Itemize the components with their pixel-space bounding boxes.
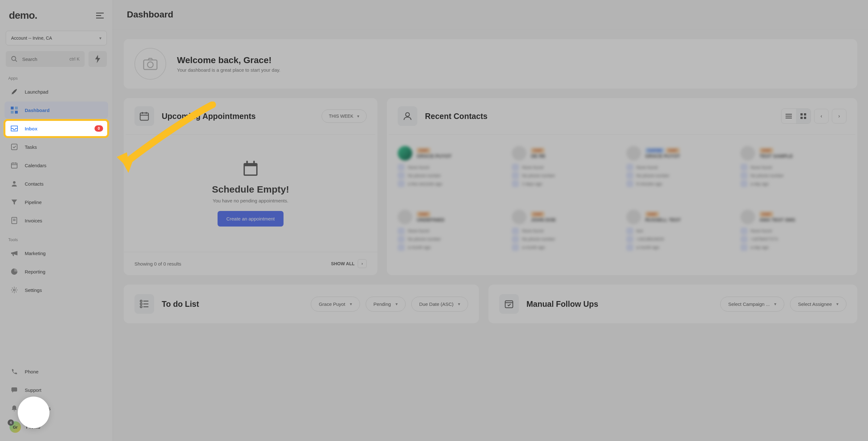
person-icon: [9, 179, 19, 188]
contact-avatar: [741, 210, 755, 224]
svg-point-39: [140, 306, 142, 308]
followups-assignee-filter[interactable]: Select Assignee▾: [790, 297, 846, 312]
contact-phone: No phone number: [398, 172, 504, 179]
account-selector-label: Account -- Irvine, CA: [11, 35, 52, 40]
manual-followups-card: Manual Follow Ups Select Campaign ...▾ S…: [488, 285, 857, 323]
appointments-range-select[interactable]: THIS WEEK ▾: [321, 110, 367, 123]
sidebar-item-marketing[interactable]: Marketing: [4, 245, 108, 262]
contact-name: JOHN DOE: [531, 217, 556, 223]
sidebar-item-reporting[interactable]: Reporting: [4, 263, 108, 280]
svg-point-18: [148, 62, 153, 67]
svg-rect-4: [11, 111, 13, 114]
svg-point-37: [140, 303, 142, 305]
grid-icon: [801, 113, 806, 119]
grid-view-button[interactable]: [796, 109, 811, 123]
create-appointment-button[interactable]: Create an appointment: [218, 211, 284, 227]
todo-user-filter[interactable]: Grace Puyot▾: [311, 297, 360, 312]
contacts-next-button[interactable]: ›: [832, 109, 846, 123]
chevron-down-icon: ▾: [396, 301, 398, 306]
todo-sort-filter[interactable]: Due Date (ASC)▾: [411, 297, 468, 312]
contact-card[interactable]: CHAT AMA TEST SMS None found +1978447727…: [739, 208, 848, 266]
contact-email: None found: [398, 164, 504, 171]
chevron-down-icon: ▾: [836, 301, 838, 306]
contact-timestamp: a day ago: [741, 180, 846, 187]
sidebar-item-support[interactable]: Support: [4, 381, 108, 399]
section-label-tools: Tools: [4, 235, 108, 244]
sidebar-item-settings[interactable]: Settings: [4, 282, 108, 298]
chevron-right-icon: ›: [358, 259, 367, 268]
sidebar-item-dashboard[interactable]: Dashboard: [4, 101, 108, 119]
contact-email: None found: [512, 164, 618, 171]
welcome-title: Welcome back, Grace!: [177, 55, 280, 65]
contact-card[interactable]: CHAT UNDEFINED None found No phone numbe…: [396, 208, 505, 266]
contact-name: RUSSELL TEST: [645, 217, 681, 223]
grid-icon: [9, 105, 19, 115]
contact-phone: No phone number: [512, 172, 618, 179]
contact-chip: CHAT: [666, 148, 680, 153]
appointments-empty-title: Schedule Empty!: [212, 184, 289, 195]
appointments-show-all-button[interactable]: SHOW ALL ›: [331, 259, 367, 268]
svg-rect-41: [505, 301, 513, 308]
contacts-prev-button[interactable]: ‹: [814, 109, 829, 123]
sidebar-item-invoices[interactable]: Invoices: [4, 212, 108, 229]
gear-icon: [9, 285, 19, 295]
svg-line-1: [15, 60, 17, 62]
welcome-card: Welcome back, Grace! Your dashboard is a…: [124, 39, 857, 89]
todo-list-card: To do List Grace Puyot▾ Pending▾ Due Dat…: [124, 285, 479, 323]
sidebar-collapse-icon[interactable]: [96, 10, 104, 21]
search-input[interactable]: Search ctrl K: [6, 51, 85, 67]
contacts-title: Recent Contacts: [425, 112, 774, 121]
contacts-view-toggle[interactable]: [781, 109, 811, 124]
avatar: 4 Gr: [9, 421, 21, 433]
sidebar-item-calendars[interactable]: Calendars: [4, 157, 108, 174]
sidebar-item-launchpad[interactable]: Launchpad: [4, 83, 108, 100]
search-kbd-hint: ctrl K: [69, 56, 80, 62]
contact-phone: +19138024033: [626, 236, 732, 243]
contact-chip: CHAT: [645, 212, 659, 217]
sidebar-item-pipeline[interactable]: Pipeline: [4, 194, 108, 211]
page-title: Dashboard: [113, 0, 868, 30]
sidebar-item-inbox[interactable]: Inbox 0: [4, 120, 108, 137]
funnel-icon: [9, 197, 19, 207]
contacts-grid: CHAT GRACE PUYOT None found No phone num…: [387, 135, 857, 275]
phone-icon: [9, 367, 19, 376]
contact-phone: No phone number: [398, 236, 504, 243]
todo-status-filter[interactable]: Pending▾: [366, 297, 406, 312]
contact-avatar: [626, 146, 641, 160]
contact-email: None found: [741, 164, 846, 171]
quick-action-button[interactable]: [89, 51, 107, 67]
svg-point-15: [13, 289, 15, 291]
sidebar-item-tasks[interactable]: Tasks: [4, 138, 108, 155]
contact-card[interactable]: CHAT RUSSELL TEST test +19138024033 a mo…: [625, 208, 734, 266]
contact-card[interactable]: CHAT GRACE PUYOT None found No phone num…: [396, 144, 505, 202]
contact-card[interactable]: CHAT DE RE None found No phone number 2 …: [510, 144, 619, 202]
contact-avatar: [512, 210, 526, 224]
contact-card[interactable]: CHAT JOHN DOE None found No phone number…: [510, 208, 619, 266]
account-selector[interactable]: Account -- Irvine, CA ▾: [6, 31, 107, 46]
appointments-title: Upcoming Appointments: [162, 112, 314, 121]
list-view-button[interactable]: [781, 109, 796, 123]
chevron-down-icon: ▾: [350, 301, 352, 306]
svg-rect-5: [15, 111, 18, 114]
chevron-right-icon: ›: [838, 113, 840, 119]
svg-point-0: [12, 56, 16, 61]
upload-avatar-button[interactable]: [134, 48, 166, 80]
contact-avatar: [741, 146, 755, 160]
invoice-icon: [9, 216, 19, 225]
contact-phone: No phone number: [626, 172, 732, 179]
contact-chip: CHAT: [531, 212, 545, 217]
floating-help-button[interactable]: [18, 396, 50, 428]
contact-card[interactable]: CUSTOMCHAT GRACE PUYOT None found No pho…: [625, 144, 734, 202]
svg-rect-6: [11, 144, 17, 150]
contact-card[interactable]: CHAT TEST SAMPLE None found No phone num…: [739, 144, 848, 202]
contact-timestamp: a month ago: [626, 244, 732, 251]
svg-rect-7: [11, 163, 17, 168]
contact-email: None found: [741, 228, 846, 234]
sidebar-item-contacts[interactable]: Contacts: [4, 175, 108, 192]
camera-icon: [143, 57, 158, 70]
followups-campaign-filter[interactable]: Select Campaign ...▾: [720, 297, 784, 312]
svg-rect-31: [801, 113, 803, 116]
sidebar-item-phone[interactable]: Phone: [4, 363, 108, 380]
chevron-down-icon: ▾: [458, 301, 460, 306]
checklist-icon: [9, 142, 19, 152]
